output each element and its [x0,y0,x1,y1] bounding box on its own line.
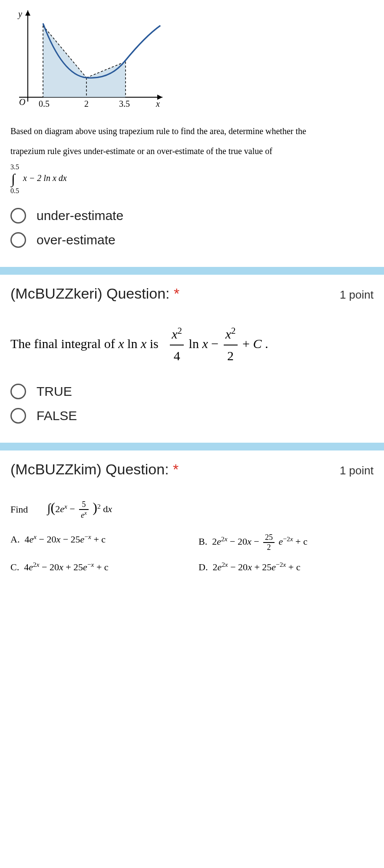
diagram-container: O 0.5 2 3.5 x y [10,10,374,110]
integral-expression: x − 2 ln x dx [23,173,67,183]
q3-answer-a[interactable]: A. 4ex − 20x − 25e−x + c [10,533,185,552]
q2-points: 1 point [340,288,374,302]
svg-text:2: 2 [84,99,89,108]
q3-answer-d[interactable]: D. 2e2x − 20x + 25e−2x + c [199,561,374,573]
q3-points: 1 point [340,464,374,477]
q3-a-label: A. [10,534,20,545]
svg-text:O: O [19,97,25,107]
q2-statement: The final integral of x ln x is x24 ln x… [10,324,374,366]
q3-d-label: D. [199,562,208,572]
required-indicator: * [174,285,179,302]
integral-lower: 0.5 [10,187,19,195]
svg-text:3.5: 3.5 [119,99,130,108]
integral-upper: 3.5 [10,163,19,171]
question-2-block: (McBUZZkeri) Question: * 1 point The fin… [0,275,384,443]
separator [0,267,384,275]
q2-stmt-prefix: The final integral of [10,336,118,351]
q2-option-false[interactable]: FALSE [10,408,374,424]
svg-text:y: y [17,10,22,19]
question-1-block: O 0.5 2 3.5 x y Based on diagram above u… [0,0,384,267]
q3-title: (McBUZZkim) Question: * [10,461,179,478]
radio-icon [10,408,26,424]
radio-icon [10,208,26,224]
q3-header: (McBUZZkim) Question: * 1 point [10,461,374,478]
required-indicator: * [173,461,179,477]
q3-find-row: Find ∫(2ex − 5ex )2 dx [10,500,374,520]
q3-integral-expr: ∫(2ex − 5ex )2 dx [47,500,112,520]
separator [0,443,384,450]
svg-text:x: x [156,99,160,108]
q3-b-label: B. [199,536,207,547]
q2-title-text: (McBUZZkeri) Question: [10,285,170,302]
q2-option-true[interactable]: TRUE [10,384,374,399]
q2-title: (McBUZZkeri) Question: * [10,285,179,302]
question-3-block: (McBUZZkim) Question: * 1 point Find ∫(2… [0,450,384,583]
q2-option-true-label: TRUE [36,384,72,399]
q1-prompt-line1: Based on diagram above using trapezium r… [10,123,374,139]
svg-marker-2 [25,10,30,16]
radio-icon [10,232,26,248]
q3-title-text: (McBUZZkim) Question: [10,461,169,477]
integral-sign-icon: ∫ [11,171,15,187]
q1-option-under[interactable]: under-estimate [10,208,374,224]
q3-answers: A. 4ex − 20x − 25e−x + c B. 2e2x − 20x −… [10,533,374,573]
q1-prompt-line2: trapezium rule gives under-estimate or a… [10,143,374,159]
radio-icon [10,384,26,399]
q1-option-under-label: under-estimate [36,208,123,223]
q1-option-over-label: over-estimate [36,233,116,247]
q3-answer-c[interactable]: C. 4e2x − 20x + 25e−x + c [10,561,185,573]
svg-text:0.5: 0.5 [39,99,50,108]
q1-option-over[interactable]: over-estimate [10,232,374,248]
q3-find-label: Find [10,504,28,515]
q2-header: (McBUZZkeri) Question: * 1 point [10,285,374,302]
q3-c-label: C. [10,562,19,572]
q1-integral: 3.5 ∫ 0.5 x − 2 ln x dx [10,163,374,195]
q2-option-false-label: FALSE [36,408,77,423]
q3-answer-b[interactable]: B. 2e2x − 20x − 252 e−2x + c [199,533,374,552]
trapezium-chart: O 0.5 2 3.5 x y [10,10,171,110]
